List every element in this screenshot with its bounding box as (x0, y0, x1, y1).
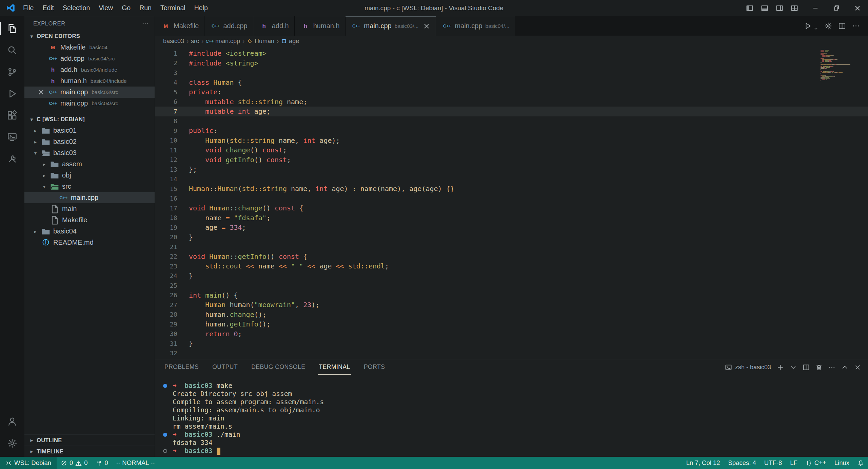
tab-add.cpp[interactable]: C++add.cpp (204, 16, 253, 36)
line-number[interactable]: 27 (155, 301, 189, 308)
open-editor-add.cpp[interactable]: C++add.cppbasic04/src (24, 53, 155, 64)
line-number[interactable]: 28 (155, 311, 189, 318)
code-line-3[interactable]: 3 (155, 68, 868, 78)
line-number[interactable]: 12 (155, 156, 189, 163)
code-line-22[interactable]: 22void Human::getInfo() const { (155, 252, 868, 262)
line-number[interactable]: 10 (155, 137, 189, 144)
close-icon[interactable] (423, 22, 430, 30)
open-editor-main.cpp[interactable]: C++main.cppbasic03/src (24, 87, 155, 98)
outline-section-header[interactable]: ▸ OUTLINE (24, 434, 155, 446)
code-line-14[interactable]: 14 (155, 174, 868, 184)
line-number[interactable]: 18 (155, 214, 189, 221)
tree-item-src[interactable]: ▾src (24, 181, 155, 192)
tree-item-obj[interactable]: ▸obj (24, 170, 155, 181)
breadcrumb-item-human[interactable]: Human (247, 38, 274, 45)
breadcrumb-item-basic03[interactable]: basic03 (163, 38, 184, 45)
line-number[interactable]: 23 (155, 263, 189, 270)
tab-main.cpp[interactable]: C++main.cppbasic04/... (436, 16, 515, 36)
code-line-9[interactable]: 9public: (155, 126, 868, 136)
menu-help[interactable]: Help (190, 0, 212, 16)
split-editor-icon[interactable] (838, 22, 846, 30)
code-line-15[interactable]: 15Human::Human(std::string name, int age… (155, 184, 868, 194)
settings-gear-icon[interactable] (824, 22, 832, 30)
activity-bar-source-control[interactable] (0, 61, 24, 83)
code-line-28[interactable]: 28 human.change(); (155, 310, 868, 320)
code-line-4[interactable]: 4class Human { (155, 78, 868, 88)
command-decoration-icon[interactable] (163, 433, 167, 437)
status-language-mode[interactable]: C++ (802, 457, 830, 469)
line-number[interactable]: 25 (155, 282, 189, 289)
restore-button[interactable] (826, 0, 847, 16)
tree-item-main[interactable]: main (24, 203, 155, 214)
line-number[interactable]: 9 (155, 127, 189, 134)
panel-tab-ports[interactable]: PORTS (363, 359, 386, 375)
line-number[interactable]: 20 (155, 233, 189, 241)
code-line-18[interactable]: 18 name = "fdsafa"; (155, 213, 868, 223)
code-line-6[interactable]: 6 mutable std::string name; (155, 97, 868, 107)
code-line-7[interactable]: 7 mutable int age; (155, 107, 868, 116)
code-line-29[interactable]: 29 human.getInfo(); (155, 319, 868, 329)
code-line-19[interactable]: 19 age = 334; (155, 223, 868, 232)
code-line-23[interactable]: 23 std::cout << name << " " << age << st… (155, 261, 868, 271)
timeline-section-header[interactable]: ▸ TIMELINE (24, 446, 155, 457)
line-number[interactable]: 3 (155, 69, 189, 76)
status-problems[interactable]: 00 (57, 457, 92, 469)
code-editor[interactable]: 1#include <iostream>2#include <string>34… (155, 47, 868, 359)
status-indentation[interactable]: Spaces: 4 (724, 457, 760, 469)
tab-add.h[interactable]: hadd.h (253, 16, 295, 36)
status-forwarded-ports[interactable]: 0 (92, 457, 112, 469)
command-decoration-icon[interactable] (163, 449, 167, 453)
menu-view[interactable]: View (94, 0, 117, 16)
status-encoding[interactable]: UTF-8 (760, 457, 786, 469)
tree-item-main.cpp[interactable]: C++main.cpp (24, 192, 155, 203)
activity-bar-accounts[interactable] (0, 411, 24, 432)
code-line-20[interactable]: 20} (155, 232, 868, 242)
code-line-1[interactable]: 1#include <iostream> (155, 49, 868, 58)
open-editor-main.cpp[interactable]: C++main.cppbasic04/src (24, 98, 155, 109)
terminal[interactable]: ➜ basic03 makeCreate Directory src obj a… (155, 375, 868, 457)
workspace-section-header[interactable]: ▾ C [WSL: DEBIAN] (24, 114, 155, 125)
terminal-selector[interactable]: zsh - basic03 (725, 364, 771, 371)
command-decoration-icon[interactable] (163, 384, 167, 388)
status-remote-indicator[interactable]: WSL: Debian (0, 457, 57, 469)
activity-bar-explorer[interactable] (0, 18, 24, 39)
close-panel[interactable] (854, 364, 861, 371)
code-line-2[interactable]: 2#include <string> (155, 58, 868, 68)
open-editor-human.h[interactable]: hhuman.hbasic04/include (24, 75, 155, 87)
panel-tab-output[interactable]: OUTPUT (212, 359, 238, 375)
activity-bar-settings[interactable] (0, 432, 24, 454)
line-number[interactable]: 13 (155, 166, 189, 173)
line-number[interactable]: 6 (155, 98, 189, 105)
tab-human.h[interactable]: hhuman.h (295, 16, 346, 36)
code-line-16[interactable]: 16 (155, 194, 868, 204)
code-line-12[interactable]: 12 void getInfo() const; (155, 155, 868, 165)
code-line-11[interactable]: 11 void change() const; (155, 145, 868, 155)
line-number[interactable]: 8 (155, 117, 189, 125)
layout-panel-icon[interactable] (761, 4, 768, 12)
activity-bar-makefile-tools[interactable] (0, 148, 24, 170)
breadcrumb-item-src[interactable]: src (191, 38, 199, 45)
tree-item-makefile[interactable]: Makefile (24, 214, 155, 226)
code-line-5[interactable]: 5private: (155, 87, 868, 97)
terminal-dropdown[interactable] (790, 364, 797, 371)
line-number[interactable]: 2 (155, 59, 189, 67)
line-number[interactable]: 17 (155, 205, 189, 212)
panel-tab-debug-console[interactable]: DEBUG CONSOLE (251, 359, 306, 375)
layout-sidebar-left-icon[interactable] (746, 4, 753, 12)
more-terminal-actions[interactable] (828, 364, 835, 371)
menu-selection[interactable]: Selection (58, 0, 94, 16)
code-line-27[interactable]: 27 Human human("meowrain", 23); (155, 300, 868, 310)
line-number[interactable]: 24 (155, 272, 189, 279)
new-terminal[interactable] (777, 364, 784, 371)
tree-item-assem[interactable]: ▸assem (24, 158, 155, 170)
line-number[interactable]: 21 (155, 243, 189, 250)
line-number[interactable]: 19 (155, 224, 189, 231)
minimize-button[interactable] (805, 0, 826, 16)
status-vim-mode[interactable]: -- NORMAL -- (112, 457, 159, 469)
code-line-21[interactable]: 21 (155, 242, 868, 252)
tree-item-basic02[interactable]: ▸basic02 (24, 136, 155, 147)
line-number[interactable]: 32 (155, 350, 189, 357)
tab-main.cpp[interactable]: C++main.cppbasic03/... (346, 16, 436, 36)
activity-bar-search[interactable] (0, 39, 24, 61)
code-line-31[interactable]: 31} (155, 339, 868, 349)
